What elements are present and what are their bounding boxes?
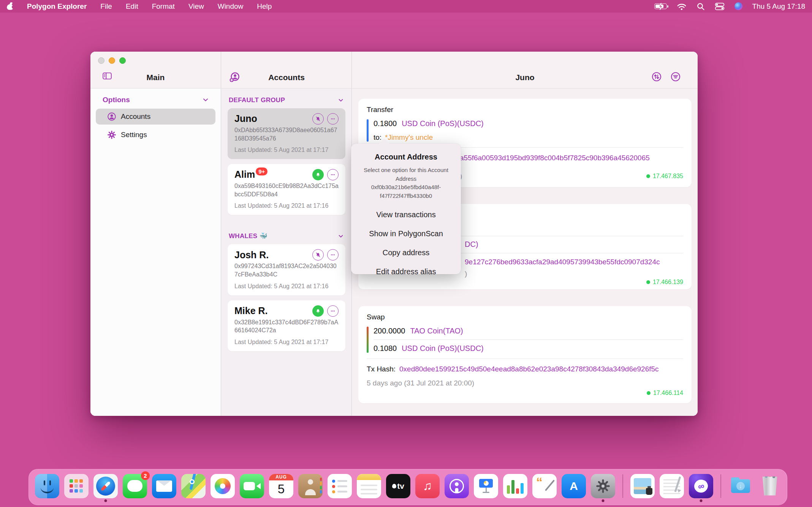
account-card-josh[interactable]: Josh R. 0x997243Cd31af8193AC2e2a5040307c…	[228, 244, 345, 295]
photos-dock-icon[interactable]	[211, 474, 235, 498]
block-number: 17.467.835	[646, 173, 683, 180]
popover-action-view-transactions[interactable]: View transactions	[357, 210, 455, 219]
account-address-popover: Account Address Select one option for th…	[351, 144, 461, 274]
pages-dock-icon[interactable]: “	[532, 474, 557, 498]
account-card-mike[interactable]: Mike R. 0x32B8e1991c337c4dBD6F2789b7aA66…	[228, 300, 345, 351]
polygon-explorer-dock-icon[interactable]: ∞	[689, 474, 713, 498]
notifications-muted-icon[interactable]	[312, 249, 324, 261]
sidebar-item-settings[interactable]: Settings	[96, 127, 215, 143]
music-note: ♫	[423, 479, 432, 493]
keynote-dock-icon[interactable]	[474, 474, 498, 498]
calendar-dock-icon[interactable]: AUG5	[269, 474, 293, 498]
chevron-down-icon[interactable]	[337, 97, 344, 104]
notes-dock-icon[interactable]	[357, 474, 381, 498]
account-options-icon[interactable]	[327, 305, 339, 317]
menu-clock[interactable]: Thu 5 Aug 17:18	[752, 2, 805, 11]
group-name: WHALES 🐳	[229, 232, 268, 240]
system-preferences-dock-icon[interactable]	[591, 474, 615, 498]
launchpad-dock-icon[interactable]	[64, 474, 89, 498]
wifi-icon[interactable]	[677, 2, 687, 11]
menu-help[interactable]: Help	[257, 2, 272, 11]
chevron-down-icon[interactable]	[337, 233, 344, 240]
close-button[interactable]	[98, 57, 104, 64]
popover-action-edit-address-alias[interactable]: Edit address alias	[357, 267, 455, 276]
preview-dock-icon[interactable]	[630, 474, 655, 498]
app-store-dock-icon[interactable]: A	[562, 474, 586, 498]
coin-link-fragment[interactable]: DC)	[465, 240, 478, 249]
gear-icon	[107, 130, 117, 140]
swap-from-amount: 200.0000	[374, 327, 405, 335]
finder-eyes	[44, 480, 45, 485]
accounts-pane-body: DEFAULT GROUP Juno 0xDAbb65f333A6739D8ae…	[222, 89, 351, 416]
mail-dock-icon[interactable]	[152, 474, 176, 498]
chevron-down-icon[interactable]	[202, 96, 209, 104]
group-header-whales[interactable]: WHALES 🐳	[229, 232, 344, 240]
sort-icon[interactable]	[651, 71, 662, 82]
menu-window[interactable]: Window	[218, 2, 244, 11]
sidebar-item-accounts[interactable]: Accounts	[96, 109, 215, 125]
account-options-icon[interactable]	[327, 169, 339, 180]
popover-action-show-in-polygonscan[interactable]: Show in PolygonScan	[357, 229, 455, 238]
popover-action-copy-address[interactable]: Copy address	[357, 248, 455, 257]
music-dock-icon[interactable]: ♫	[415, 474, 440, 498]
block-number: 17.466.139	[646, 279, 683, 286]
messages-dock-icon[interactable]: 2	[123, 474, 147, 498]
account-address: 0x997243Cd31af8193AC2e2a5040307cFBeAa33b…	[234, 262, 339, 278]
detail-pane-header: Juno	[352, 52, 698, 88]
account-options-icon[interactable]	[327, 113, 339, 125]
transaction-type: Swap	[367, 313, 683, 321]
account-name: Juno	[234, 114, 257, 124]
apple-menu-icon[interactable]	[7, 3, 13, 10]
filter-icon[interactable]	[670, 71, 681, 82]
menu-format[interactable]: Format	[152, 2, 175, 11]
menu-view[interactable]: View	[188, 2, 204, 11]
account-card-juno[interactable]: Juno 0xDAbb65f333A6739D8aee06051a67168D3…	[228, 108, 345, 159]
maps-dock-icon[interactable]	[181, 474, 206, 498]
accounts-list-pane: Accounts DEFAULT GROUP Juno 0xDAbb65f333…	[222, 52, 352, 416]
options-section-header[interactable]: Options	[90, 89, 221, 106]
notifications-on-icon[interactable]	[312, 305, 324, 317]
swap-from-coin-link[interactable]: TAO Coin(TAO)	[410, 327, 463, 335]
account-card-alim[interactable]: Alim 9+ 0xa59B493160cE9b98B2Aa3dCc175abc…	[228, 164, 345, 215]
zoom-button[interactable]	[119, 57, 126, 64]
transfer-coin-link[interactable]: USD Coin (PoS)(USDC)	[402, 119, 484, 128]
reminders-dock-icon[interactable]	[328, 474, 352, 498]
account-last-updated: Last Updated: 5 Aug 2021 at 17:16	[234, 283, 339, 290]
camera-body	[244, 482, 255, 490]
battery-icon[interactable]	[654, 3, 667, 9]
account-options-icon[interactable]	[327, 249, 339, 261]
trash-dock-icon[interactable]	[758, 474, 782, 498]
group-header-default[interactable]: DEFAULT GROUP	[229, 96, 344, 104]
account-last-updated: Last Updated: 5 Aug 2021 at 17:17	[234, 339, 339, 346]
tx-hash-link[interactable]: 0xed80dee1599215c49d50e4eead8a8b62e023a9…	[399, 365, 659, 373]
account-name: Alim	[234, 169, 255, 180]
notifications-muted-icon[interactable]	[312, 113, 324, 125]
to-address-alias-link[interactable]: *Jimmy's uncle	[385, 133, 433, 142]
tx-hash-row: Tx Hash:0xed80dee1599215c49d50e4eead8a8b…	[367, 365, 683, 374]
main-sidebar-pane: Main Options Accounts Settings	[90, 52, 221, 416]
detail-pane-title: Juno	[352, 73, 698, 82]
safari-dock-icon[interactable]	[93, 474, 118, 498]
running-indicator	[602, 499, 605, 502]
menu-edit[interactable]: Edit	[126, 2, 138, 11]
numbers-dock-icon[interactable]	[503, 474, 527, 498]
finder-dock-icon[interactable]	[35, 474, 59, 498]
menu-app-name[interactable]: Polygon Explorer	[27, 2, 87, 11]
facetime-dock-icon[interactable]	[240, 474, 264, 498]
contacts-dock-icon[interactable]	[298, 474, 323, 498]
account-last-updated: Last Updated: 5 Aug 2021 at 17:16	[234, 202, 339, 209]
menu-file[interactable]: File	[100, 2, 112, 11]
apple-tv-dock-icon[interactable]: tv	[386, 474, 410, 498]
launchpad-grid	[70, 479, 73, 483]
podcasts-dock-icon[interactable]	[445, 474, 469, 498]
notifications-on-icon[interactable]	[312, 169, 324, 180]
textedit-dock-icon[interactable]	[660, 474, 684, 498]
minimize-button[interactable]	[109, 57, 115, 64]
control-center-icon[interactable]	[715, 2, 725, 11]
running-indicator	[700, 499, 703, 502]
transaction-card-swap[interactable]: Swap 200.0000 TAO Coin(TAO) 0.1080 USD C…	[358, 306, 692, 404]
spotlight-search-icon[interactable]	[696, 2, 705, 11]
siri-icon[interactable]	[734, 2, 742, 10]
swap-to-coin-link[interactable]: USD Coin (PoS)(USDC)	[402, 344, 484, 353]
downloads-dock-icon[interactable]: ↓	[728, 474, 753, 498]
